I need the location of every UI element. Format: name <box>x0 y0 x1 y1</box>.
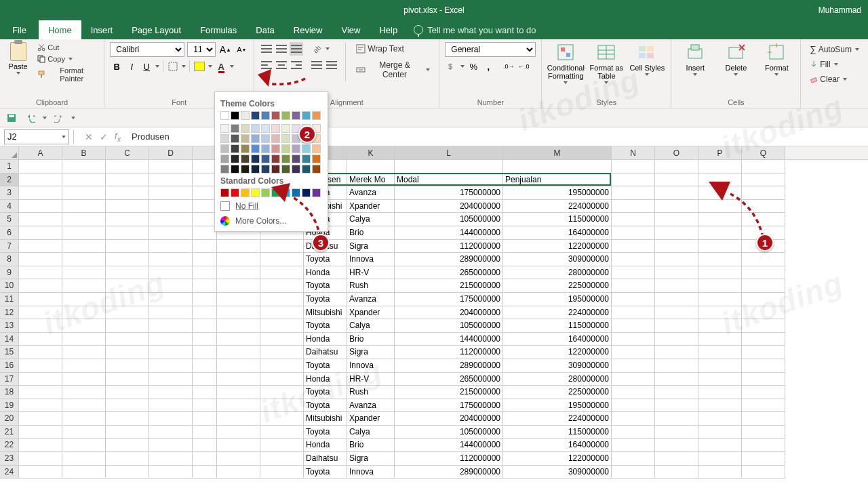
cell[interactable] <box>655 174 698 187</box>
cell[interactable] <box>19 333 62 346</box>
row-head[interactable]: 13 <box>0 319 19 333</box>
cancel-formula-button[interactable]: ✕ <box>85 131 93 142</box>
tab-home[interactable]: Home <box>39 20 81 39</box>
number-format-select[interactable]: General <box>445 42 536 57</box>
cell[interactable] <box>217 346 260 359</box>
cell[interactable] <box>193 426 217 439</box>
tab-insert[interactable]: Insert <box>81 20 123 39</box>
cell[interactable] <box>149 466 193 479</box>
cell[interactable]: Honda <box>304 333 347 346</box>
fill-color-button[interactable] <box>193 60 206 73</box>
cell[interactable] <box>106 266 149 280</box>
cell[interactable] <box>612 452 655 466</box>
cell[interactable]: 289000000 <box>395 253 503 266</box>
color-swatch[interactable] <box>241 188 250 197</box>
row-head[interactable]: 19 <box>0 399 19 413</box>
tab-help[interactable]: Help <box>370 20 407 39</box>
cell[interactable]: Merek Mo <box>347 174 395 187</box>
cell[interactable]: 175000000 <box>395 186 503 200</box>
font-name-select[interactable]: Calibri <box>110 42 184 57</box>
clear-button[interactable]: Clear <box>806 73 863 86</box>
cell[interactable] <box>260 439 304 452</box>
cell[interactable]: Avanza <box>347 186 395 200</box>
cell[interactable] <box>106 346 149 359</box>
cell[interactable] <box>217 279 260 293</box>
cell[interactable] <box>149 293 193 306</box>
cell[interactable] <box>149 253 193 266</box>
cell[interactable] <box>193 452 217 466</box>
bold-button[interactable]: B <box>110 60 123 73</box>
cell[interactable] <box>698 399 742 413</box>
cell[interactable] <box>742 399 785 413</box>
cell[interactable] <box>698 373 742 386</box>
cell[interactable] <box>612 240 655 253</box>
cell[interactable] <box>260 279 304 293</box>
cell[interactable] <box>655 466 698 479</box>
row-head[interactable]: 2 <box>0 174 19 187</box>
cell[interactable] <box>612 439 655 452</box>
cell[interactable] <box>742 319 785 333</box>
cell[interactable] <box>106 226 149 240</box>
cell[interactable] <box>612 293 655 306</box>
cell[interactable] <box>19 226 62 240</box>
color-swatch[interactable] <box>261 111 270 120</box>
cell[interactable] <box>62 333 106 346</box>
cell[interactable] <box>106 466 149 479</box>
cell[interactable] <box>612 253 655 266</box>
cell[interactable]: 280000000 <box>503 373 612 386</box>
row-head[interactable]: 12 <box>0 306 19 320</box>
cell[interactable]: Toyota <box>304 426 347 439</box>
cell[interactable] <box>149 386 193 399</box>
cell[interactable]: 112000000 <box>395 346 503 359</box>
cell[interactable] <box>62 386 106 399</box>
cell[interactable] <box>193 186 217 200</box>
cell[interactable]: 215000000 <box>395 386 503 399</box>
cell[interactable] <box>62 452 106 466</box>
increase-font-button[interactable]: A▲ <box>218 43 232 56</box>
cell[interactable] <box>217 240 260 253</box>
cell[interactable]: Daihatsu <box>304 346 347 359</box>
cell[interactable]: 122000000 <box>503 240 612 253</box>
cell[interactable]: 144000000 <box>395 439 503 452</box>
cell[interactable] <box>19 373 62 386</box>
cell[interactable] <box>106 160 149 174</box>
cell[interactable] <box>62 373 106 386</box>
cell[interactable] <box>742 306 785 320</box>
cell[interactable] <box>217 359 260 373</box>
cell[interactable]: 204000000 <box>395 306 503 320</box>
cell[interactable] <box>742 333 785 346</box>
cell[interactable]: Brio <box>347 439 395 452</box>
cell[interactable]: Toyota <box>304 466 347 479</box>
cell[interactable] <box>106 240 149 253</box>
row-head[interactable]: 23 <box>0 452 19 466</box>
cell[interactable]: Toyota <box>304 253 347 266</box>
cell[interactable] <box>698 333 742 346</box>
cell[interactable] <box>193 160 217 174</box>
cell[interactable]: Avanza <box>347 399 395 413</box>
cell[interactable] <box>62 306 106 320</box>
cell[interactable] <box>106 359 149 373</box>
col-head-K[interactable]: K <box>347 146 395 159</box>
cell[interactable] <box>612 346 655 359</box>
cell[interactable] <box>655 160 698 174</box>
cell[interactable]: 215000000 <box>395 279 503 293</box>
cell[interactable] <box>19 186 62 200</box>
cell[interactable]: Brio <box>347 333 395 346</box>
cell[interactable] <box>193 253 217 266</box>
cell[interactable] <box>698 293 742 306</box>
cell[interactable] <box>19 240 62 253</box>
cell[interactable]: 225000000 <box>503 386 612 399</box>
row-head[interactable]: 5 <box>0 213 19 226</box>
cell[interactable] <box>655 439 698 452</box>
cell[interactable] <box>193 333 217 346</box>
cell[interactable] <box>62 346 106 359</box>
cell[interactable]: 280000000 <box>503 266 612 280</box>
cell[interactable] <box>503 160 612 174</box>
cell[interactable] <box>612 279 655 293</box>
cell[interactable]: 175000000 <box>395 399 503 413</box>
cell[interactable] <box>193 200 217 214</box>
cell[interactable] <box>62 186 106 200</box>
cell[interactable] <box>62 174 106 187</box>
cell[interactable] <box>19 160 62 174</box>
cell[interactable] <box>193 226 217 240</box>
